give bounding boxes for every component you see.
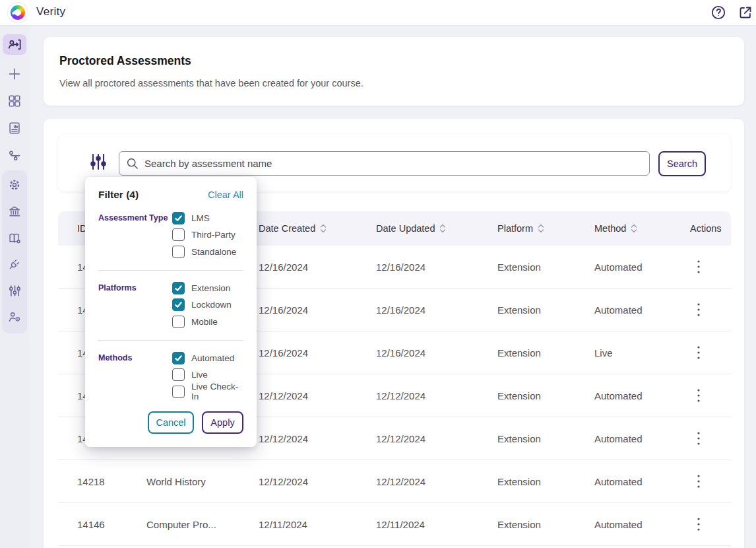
checkbox[interactable] <box>172 228 185 241</box>
clear-all-link[interactable]: Clear All <box>208 189 243 200</box>
plus-icon <box>7 66 22 82</box>
plug-icon <box>7 257 22 271</box>
cell-method: Automated <box>594 304 690 316</box>
check-icon <box>174 300 183 309</box>
page-header-card: Proctored Assessments View all proctored… <box>44 37 744 106</box>
row-actions-kebab-icon[interactable] <box>690 343 707 362</box>
cell-name: Computer Pro... <box>146 519 259 530</box>
external-link-icon[interactable] <box>738 5 753 20</box>
column-header-platform[interactable]: Platform <box>497 223 594 234</box>
row-actions-kebab-icon[interactable] <box>690 514 707 534</box>
cell-date-created: 12/16/2024 <box>259 347 376 359</box>
filter-option-live[interactable]: Live <box>172 368 243 382</box>
checkbox[interactable] <box>172 386 185 398</box>
cell-date-updated: 12/16/2024 <box>376 304 497 316</box>
filter-option-mobile[interactable]: Mobile <box>172 315 232 328</box>
sort-icon <box>631 223 637 234</box>
app-title: Verity <box>36 5 65 18</box>
filter-sliders-icon[interactable] <box>90 152 110 174</box>
row-actions-kebab-icon[interactable] <box>690 257 707 277</box>
cell-date-created: 12/12/2024 <box>259 433 376 444</box>
filter-section-methods: Methods Automated Live Live Check-In <box>98 351 243 398</box>
cell-id: 14218 <box>77 476 146 487</box>
filter-option-lms[interactable]: LMS <box>172 211 236 224</box>
cell-date-created: 12/16/2024 <box>259 261 376 273</box>
cell-date-updated: 12/11/2024 <box>376 519 497 530</box>
filter-option-live-check-in[interactable]: Live Check-In <box>172 385 243 398</box>
cell-method: Automated <box>594 476 690 487</box>
sidebar-item-flows[interactable] <box>7 148 22 164</box>
cell-method: Automated <box>594 390 690 401</box>
apply-button[interactable]: Apply <box>202 411 243 434</box>
column-header-method[interactable]: Method <box>594 223 690 234</box>
cell-method: Automated <box>594 433 690 444</box>
sort-icon <box>538 223 544 234</box>
sidebar-item-integrations[interactable] <box>7 256 22 272</box>
filter-section-platforms: Platforms Extension Lockdown Mobile <box>98 281 243 328</box>
row-actions-kebab-icon[interactable] <box>690 428 707 448</box>
cell-platform: Extension <box>497 304 594 316</box>
cell-method: Live <box>594 347 690 359</box>
check-icon <box>174 214 183 223</box>
checkbox[interactable] <box>172 212 185 224</box>
search-field <box>119 151 650 176</box>
filter-option-extension[interactable]: Extension <box>172 281 232 294</box>
cell-platform: Extension <box>497 476 594 487</box>
row-actions-kebab-icon[interactable] <box>690 386 707 405</box>
cell-platform: Extension <box>497 390 594 401</box>
verity-logo[interactable] <box>8 3 28 22</box>
book-icon <box>7 231 22 246</box>
row-actions-kebab-icon[interactable] <box>690 300 707 320</box>
column-header-date-updated[interactable]: Date Updated <box>376 223 497 234</box>
cell-date-created: 12/16/2024 <box>259 304 376 316</box>
help-icon[interactable] <box>710 5 726 20</box>
filter-option-standalone[interactable]: Standalone <box>172 245 236 258</box>
filter-section-label: Platforms <box>98 281 172 328</box>
sidebar-item-courses[interactable] <box>7 230 22 246</box>
cell-platform: Extension <box>497 433 594 444</box>
check-icon <box>174 354 183 362</box>
column-header-date-created[interactable]: Date Created <box>259 223 376 234</box>
cell-date-updated: 12/16/2024 <box>376 261 497 273</box>
sidebar-item-proctoring[interactable] <box>3 34 26 55</box>
sidebar-item-create[interactable] <box>7 66 22 82</box>
table-row: 14146 Computer Pro... 12/11/2024 12/11/2… <box>58 503 731 546</box>
cell-id: 14146 <box>77 519 146 530</box>
sliders-icon <box>8 284 22 298</box>
page-title: Proctored Assessments <box>59 54 191 68</box>
row-actions-kebab-icon[interactable] <box>690 471 707 491</box>
sidebar-item-institution[interactable] <box>7 203 22 219</box>
checkbox[interactable] <box>172 282 185 294</box>
check-icon <box>174 284 183 292</box>
checkbox[interactable] <box>172 352 185 364</box>
search-button[interactable]: Search <box>658 151 706 176</box>
grid-icon <box>7 94 22 108</box>
cell-date-updated: 12/12/2024 <box>376 433 497 444</box>
sidebar-item-dashboard[interactable] <box>7 93 22 109</box>
cell-date-updated: 12/12/2024 <box>376 390 497 401</box>
filter-popup: Filter (4) Clear All Assessment Type LMS… <box>85 177 257 447</box>
filter-option-lockdown[interactable]: Lockdown <box>172 298 232 312</box>
checkbox[interactable] <box>172 246 185 258</box>
sidebar-item-configuration[interactable] <box>7 283 22 298</box>
sidebar-item-users[interactable] <box>7 309 22 325</box>
filter-section-assessment-type: Assessment Type LMS Third-Party Standalo… <box>98 211 243 258</box>
search-input[interactable] <box>119 151 650 176</box>
page-subtitle: View all proctored assessments that have… <box>59 78 363 88</box>
filter-option-third-party[interactable]: Third-Party <box>172 228 236 242</box>
cell-date-updated: 12/12/2024 <box>376 476 497 487</box>
checkbox[interactable] <box>172 316 185 328</box>
cell-platform: Extension <box>497 347 594 359</box>
sidebar-item-reports[interactable] <box>7 120 22 136</box>
bank-icon <box>7 204 22 219</box>
cancel-button[interactable]: Cancel <box>148 411 194 434</box>
cell-name: World History <box>146 476 259 487</box>
filter-option-automated[interactable]: Automated <box>172 351 243 364</box>
divider <box>98 340 243 341</box>
cell-date-created: 12/11/2024 <box>259 519 376 530</box>
report-icon <box>7 121 22 135</box>
checkbox[interactable] <box>172 368 185 381</box>
checkbox[interactable] <box>172 298 185 311</box>
cell-platform: Extension <box>497 261 594 273</box>
sidebar-item-settings[interactable] <box>7 177 22 193</box>
